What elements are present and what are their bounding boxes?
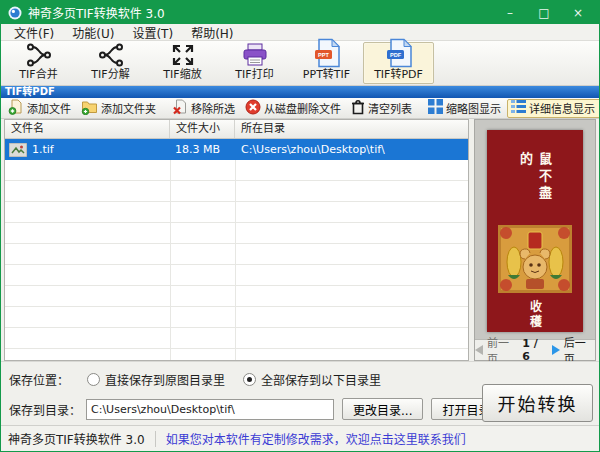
toolbar-button-tif-print[interactable]: TIF打印 [219, 42, 290, 84]
poster-illustration [498, 225, 572, 293]
table-grid [5, 139, 468, 360]
prev-page-icon[interactable] [475, 345, 483, 355]
toolbar-label: TIF打印 [235, 68, 273, 81]
button-label: 详细信息显示 [529, 100, 595, 116]
status-bar: 神奇多页TIF转换软件 3.0 如果您对本软件有定制修改需求，欢迎点击这里联系我… [1, 425, 599, 451]
toolbar-label: TIF转PDF [374, 68, 423, 81]
svg-text:PPT: PPT [318, 52, 329, 58]
printer-icon [241, 42, 269, 68]
clear-list-button[interactable]: 清空列表 [347, 99, 418, 118]
toolbar-button-ppt-to-tif[interactable]: PPT PPT转TIF [291, 42, 362, 84]
file-thumbnail-icon [9, 143, 27, 157]
pdf-document-icon: PDF [385, 38, 413, 68]
toolbar-button-tif-to-pdf[interactable]: PDF TIF转PDF [363, 42, 434, 84]
add-folder-button[interactable]: 添加文件夹 [77, 99, 162, 118]
remove-selected-icon [172, 99, 188, 118]
menu-file[interactable]: 文件(F) [5, 24, 63, 41]
poster-text-top: 鼠不盡的 [516, 152, 554, 219]
app-icon [8, 6, 22, 20]
section-header: TIF转PDF [1, 86, 599, 98]
menu-function[interactable]: 功能(U) [63, 24, 123, 41]
window-title: 神奇多页TIF转换软件 3.0 [28, 4, 165, 21]
toolbar-label: PPT转TIF [303, 68, 350, 81]
thumbnail-view-button[interactable]: 缩略图显示 [424, 99, 507, 118]
add-file-icon [8, 99, 24, 118]
file-list-table: 文件名 文件大小 所在目录 1.tif 18.3 MB C:\Users\zho… [4, 119, 469, 361]
preview-panel: 鼠不盡的 收穫 前一页 1 / 6 后一页 [474, 119, 596, 361]
button-label: 添加文件夹 [101, 100, 156, 116]
change-dir-button[interactable]: 更改目录... [342, 398, 423, 420]
toolbar-label: TIF缩放 [163, 68, 201, 81]
preview-image: 鼠不盡的 收穫 [487, 130, 583, 332]
next-page-icon[interactable] [552, 345, 560, 355]
column-header-directory[interactable]: 所在目录 [235, 120, 468, 138]
page-indicator: 1 / 6 [522, 337, 548, 363]
menu-help[interactable]: 帮助(H) [182, 24, 242, 41]
svg-text:PDF: PDF [389, 52, 401, 58]
column-header-filesize[interactable]: 文件大小 [170, 120, 235, 138]
minimize-button[interactable]: – [493, 1, 527, 24]
toolbar-label: TIF合并 [19, 68, 57, 81]
column-divider [170, 139, 171, 360]
add-folder-icon [81, 99, 98, 118]
preview-pager: 前一页 1 / 6 后一页 [475, 339, 595, 360]
toolbar-label: TIF分解 [91, 68, 129, 81]
file-name: 1.tif [32, 143, 54, 156]
title-bar: 神奇多页TIF转换软件 3.0 – □ × [1, 1, 599, 24]
button-label: 缩略图显示 [446, 100, 501, 116]
save-dir-label: 保存到目录： [9, 401, 81, 418]
radio-label-source-dir[interactable]: 直接保存到原图目录里 [105, 371, 225, 388]
radio-save-to-source-dir[interactable] [87, 373, 100, 386]
save-location-label: 保存位置： [9, 371, 69, 388]
toolbar-button-tif-merge[interactable]: TIF合并 [3, 42, 74, 84]
split-icon [98, 42, 124, 68]
main-toolbar: TIF合并 TIF分解 TIF缩放 TIF打印 PPT PPT转TIF [1, 41, 599, 86]
toolbar-button-tif-split[interactable]: TIF分解 [75, 42, 146, 84]
scale-icon [170, 42, 196, 68]
ppt-document-icon: PPT [313, 38, 341, 68]
button-label: 移除所选 [191, 100, 235, 116]
contact-link[interactable]: 如果您对本软件有定制修改需求，欢迎点击这里联系我们 [156, 430, 466, 447]
table-row[interactable]: 1.tif 18.3 MB C:\Users\zhou\Desktop\tif\ [5, 139, 468, 160]
remove-selected-button[interactable]: 移除所选 [168, 99, 241, 118]
file-directory: C:\Users\zhou\Desktop\tif\ [235, 143, 468, 156]
save-dir-input[interactable] [86, 399, 334, 420]
button-label: 从磁盘删除文件 [264, 100, 341, 116]
add-file-button[interactable]: 添加文件 [4, 99, 77, 118]
detail-view-icon [511, 99, 526, 117]
close-button[interactable]: × [561, 1, 595, 24]
trash-icon [351, 99, 365, 118]
button-label: 添加文件 [27, 100, 71, 116]
poster-text-bottom: 收穫 [527, 300, 544, 332]
radio-label-custom-dir[interactable]: 全部保存到以下目录里 [261, 371, 381, 388]
table-header: 文件名 文件大小 所在目录 [5, 120, 468, 139]
delete-from-disk-icon [245, 99, 261, 118]
menu-bar: 文件(F) 功能(U) 设置(T) 帮助(H) [1, 24, 599, 41]
toolbar-button-tif-scale[interactable]: TIF缩放 [147, 42, 218, 84]
thumbnail-view-icon [428, 99, 443, 117]
menu-settings[interactable]: 设置(T) [123, 24, 182, 41]
radio-save-to-custom-dir[interactable] [243, 373, 256, 386]
column-header-filename[interactable]: 文件名 [5, 120, 170, 138]
start-convert-button[interactable]: 开始转换 [482, 384, 593, 422]
detail-view-button[interactable]: 详细信息显示 [507, 99, 600, 118]
button-label: 清空列表 [368, 100, 412, 116]
status-app-name: 神奇多页TIF转换软件 3.0 [1, 430, 155, 447]
file-toolbar: 添加文件 添加文件夹 移除所选 从磁盘删除文件 清空列表 缩略图显示 详细信息显… [1, 98, 599, 119]
delete-from-disk-button[interactable]: 从磁盘删除文件 [241, 99, 347, 118]
file-size: 18.3 MB [170, 143, 235, 156]
app-window: 神奇多页TIF转换软件 3.0 – □ × 文件(F) 功能(U) 设置(T) … [0, 0, 600, 452]
merge-icon [26, 42, 52, 68]
column-divider [235, 139, 236, 360]
maximize-button[interactable]: □ [527, 1, 561, 24]
